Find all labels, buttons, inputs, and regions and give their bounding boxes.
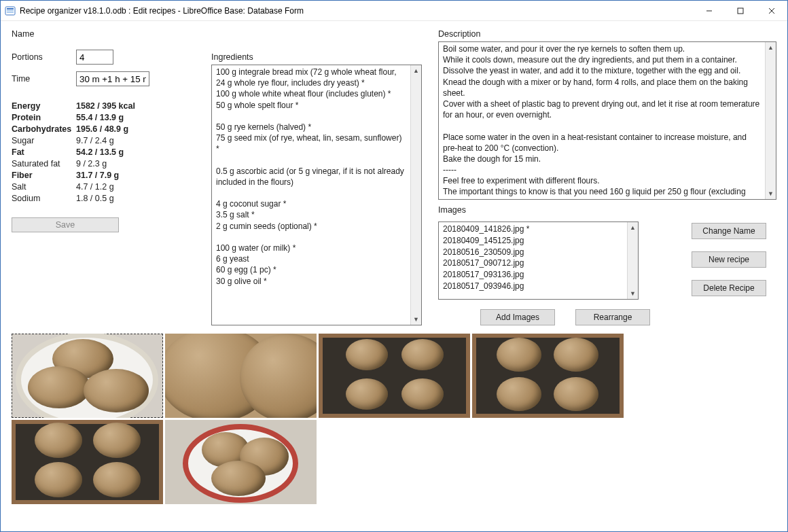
- scroll-up-icon: ▲: [413, 65, 419, 76]
- change-name-button[interactable]: Change Name: [692, 223, 766, 239]
- scroll-up-icon: ▲: [768, 42, 774, 53]
- nutrition-key: Salt: [12, 182, 76, 192]
- time-input[interactable]: [76, 71, 149, 86]
- titlebar: Recipe organizer v18.1.0.odb : Edit reci…: [1, 1, 787, 21]
- nutrition-row: Protein55.4 / 13.9 g: [12, 111, 195, 123]
- ingredients-textarea[interactable]: 100 g integrale bread mix (72 g whole wh…: [211, 65, 422, 325]
- svg-rect-2: [7, 10, 14, 12]
- save-button[interactable]: Save: [12, 217, 119, 232]
- close-button[interactable]: [756, 1, 787, 20]
- image-thumbnails: [12, 334, 776, 504]
- scrollbar[interactable]: ▲▼: [627, 222, 638, 299]
- ingredients-text: 100 g integrale bread mix (72 g whole wh…: [212, 65, 410, 325]
- nutrition-key: Carbohydrates: [12, 124, 76, 134]
- nutrition-row: Fat54.2 / 13.5 g: [12, 146, 195, 158]
- nutrition-value: 9 / 2.3 g: [76, 159, 107, 169]
- form-body: Name Portions Time Energy1582 / 395 kcal…: [1, 21, 787, 531]
- window-title: Recipe organizer v18.1.0.odb : Edit reci…: [20, 6, 694, 16]
- nutrition-value: 55.4 / 13.9 g: [76, 113, 124, 122]
- description-label: Description: [438, 29, 776, 39]
- list-item[interactable]: 20180517_093946.jpg: [443, 281, 623, 292]
- name-label: Name: [12, 29, 76, 39]
- scroll-down-icon: ▼: [630, 288, 636, 299]
- nutrition-row: Saturated fat9 / 2.3 g: [12, 158, 195, 169]
- minimize-button[interactable]: [694, 1, 725, 20]
- nutrition-value: 31.7 / 7.9 g: [76, 171, 119, 180]
- nutrition-key: Sugar: [12, 136, 76, 145]
- thumbnail[interactable]: [165, 334, 317, 418]
- list-item[interactable]: 20180517_093136.jpg: [443, 269, 623, 281]
- svg-rect-3: [7, 12, 14, 13]
- nutrition-row: Carbohydrates195.6 / 48.9 g: [12, 123, 195, 135]
- ingredients-label: Ingredients: [211, 52, 422, 62]
- scrollbar[interactable]: ▲▼: [410, 65, 421, 325]
- nutrition-key: Sodium: [12, 194, 76, 203]
- description-textarea[interactable]: Boil some water, and pour it over the ry…: [438, 41, 776, 200]
- nutrition-key: Energy: [12, 101, 76, 111]
- database-form-window: Recipe organizer v18.1.0.odb : Edit reci…: [0, 0, 788, 532]
- images-list-items: 20180409_141826.jpg *20180409_145125.jpg…: [439, 222, 627, 299]
- nutrition-key: Fat: [12, 147, 76, 157]
- nutrition-key: Protein: [12, 113, 76, 122]
- thumbnail[interactable]: [12, 420, 163, 504]
- scroll-up-icon: ▲: [630, 222, 636, 233]
- nutrition-value: 1582 / 395 kcal: [76, 101, 135, 111]
- delete-recipe-button[interactable]: Delete Recipe: [692, 280, 766, 296]
- scroll-down-icon: ▼: [768, 188, 774, 199]
- images-listbox[interactable]: 20180409_141826.jpg *20180409_145125.jpg…: [438, 221, 639, 300]
- nutrition-table: Energy1582 / 395 kcalProtein55.4 / 13.9 …: [12, 100, 195, 204]
- thumbnail[interactable]: [472, 334, 624, 418]
- list-item[interactable]: 20180409_141826.jpg *: [443, 224, 623, 235]
- nutrition-value: 9.7 / 2.4 g: [76, 136, 114, 145]
- portions-input[interactable]: [76, 50, 113, 65]
- scrollbar[interactable]: ▲▼: [765, 42, 776, 199]
- nutrition-key: Saturated fat: [12, 159, 76, 169]
- description-text: Boil some water, and pour it over the ry…: [439, 42, 765, 199]
- nutrition-value: 1.8 / 0.5 g: [76, 194, 114, 203]
- base-app-icon: [5, 5, 16, 16]
- nutrition-row: Sugar9.7 / 2.4 g: [12, 135, 195, 146]
- rearrange-button[interactable]: Rearrange: [575, 309, 650, 325]
- nutrition-value: 195.6 / 48.9 g: [76, 124, 128, 134]
- nutrition-key: Fiber: [12, 171, 76, 180]
- maximize-button[interactable]: [725, 1, 756, 20]
- add-images-button[interactable]: Add Images: [480, 309, 555, 325]
- list-item[interactable]: 20180517_090712.jpg: [443, 258, 623, 269]
- thumbnail[interactable]: [12, 334, 163, 418]
- images-label: Images: [438, 205, 776, 215]
- list-item[interactable]: 20180409_145125.jpg: [443, 235, 623, 247]
- nutrition-value: 4.7 / 1.2 g: [76, 182, 114, 192]
- time-label: Time: [12, 74, 76, 84]
- thumbnail[interactable]: [319, 334, 470, 418]
- nutrition-row: Fiber31.7 / 7.9 g: [12, 169, 195, 181]
- scroll-down-icon: ▼: [413, 314, 419, 325]
- window-buttons: [694, 1, 787, 20]
- thumbnail[interactable]: [165, 420, 317, 504]
- portions-label: Portions: [12, 52, 76, 62]
- nutrition-row: Energy1582 / 395 kcal: [12, 100, 195, 111]
- nutrition-row: Sodium1.8 / 0.5 g: [12, 192, 195, 204]
- nutrition-row: Salt4.7 / 1.2 g: [12, 181, 195, 192]
- svg-rect-5: [738, 8, 743, 14]
- list-item[interactable]: 20180516_230509.jpg: [443, 247, 623, 258]
- nutrition-value: 54.2 / 13.5 g: [76, 147, 124, 157]
- new-recipe-button[interactable]: New recipe: [692, 251, 766, 268]
- svg-rect-1: [7, 8, 14, 10]
